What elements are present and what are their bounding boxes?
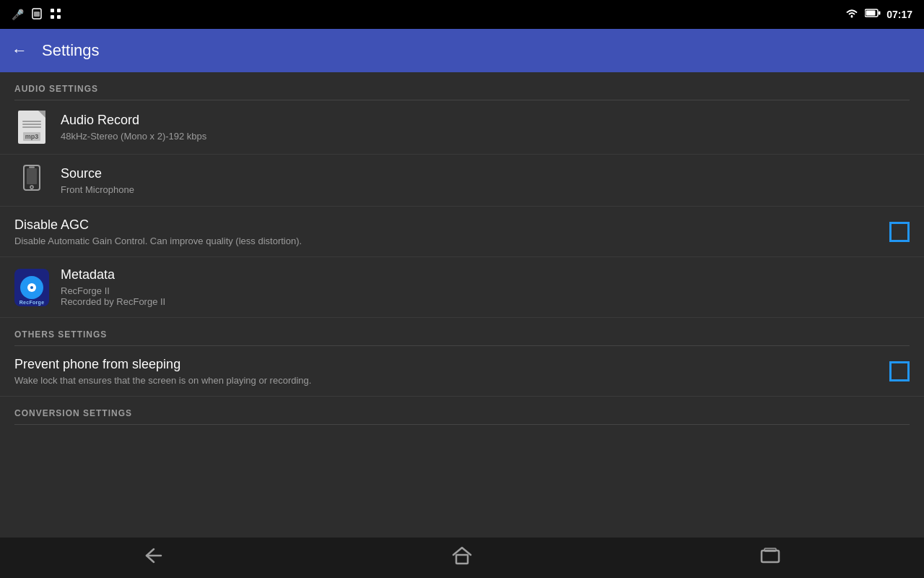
svg-rect-5 (57, 15, 61, 19)
prevent-sleep-title: Prevent phone from sleeping (14, 357, 889, 372)
content-area: AUDIO SETTINGS mp3 Audio Record 48kHz-St… (0, 72, 924, 538)
sim-icon (31, 8, 43, 22)
audio-record-item[interactable]: mp3 Audio Record 48kHz-Stereo (Mono x 2)… (0, 100, 924, 155)
svg-rect-9 (879, 12, 881, 15)
audio-record-subtitle: 48kHz-Stereo (Mono x 2)-192 kbps (61, 131, 910, 142)
audio-record-title: Audio Record (61, 113, 910, 128)
mic-icon: 🎤 (12, 9, 24, 20)
source-subtitle: Front Microphone (61, 184, 910, 195)
svg-rect-3 (57, 9, 61, 12)
metadata-title: Metadata (61, 267, 910, 282)
conversion-settings-header: CONVERSION SETTINGS (0, 397, 924, 424)
svg-rect-4 (51, 15, 54, 19)
back-button[interactable]: ← (12, 41, 27, 60)
disable-agc-title: Disable AGC (14, 217, 889, 233)
wifi-icon (845, 7, 859, 22)
back-nav-button[interactable] (115, 542, 193, 574)
metadata-text: Metadata RecForge II Recorded by RecForg… (61, 267, 910, 307)
source-item[interactable]: Source Front Microphone (0, 155, 924, 207)
phone-icon (14, 165, 49, 196)
svg-rect-13 (29, 167, 35, 168)
svg-rect-17 (456, 555, 468, 564)
disable-agc-subtitle: Disable Automatic Gain Control. Can impr… (14, 236, 889, 246)
status-bar-right: 07:17 (845, 7, 912, 22)
prevent-sleep-text: Prevent phone from sleeping Wake lock th… (14, 357, 889, 386)
time-display: 07:17 (886, 9, 912, 20)
disable-agc-checkbox[interactable] (889, 222, 910, 242)
svg-rect-18 (762, 551, 779, 562)
mp3-file-icon: mp3 (14, 111, 49, 144)
prevent-sleep-checkbox[interactable] (889, 361, 910, 381)
svg-rect-11 (27, 168, 37, 184)
audio-record-text: Audio Record 48kHz-Stereo (Mono x 2)-192… (61, 113, 910, 142)
disable-agc-text: Disable AGC Disable Automatic Gain Contr… (14, 217, 889, 246)
source-title: Source (61, 166, 910, 181)
home-nav-button[interactable] (423, 540, 501, 575)
recents-nav-button[interactable] (731, 542, 809, 574)
metadata-subtitle1: RecForge II (61, 285, 910, 296)
page-title: Settings (42, 41, 100, 60)
prevent-sleep-subtitle: Wake lock that ensures that the screen i… (14, 375, 889, 386)
svg-point-6 (851, 16, 853, 18)
others-settings-header: OTHERS SETTINGS (0, 318, 924, 345)
svg-point-12 (30, 186, 33, 189)
svg-rect-2 (51, 9, 54, 12)
prevent-sleep-item[interactable]: Prevent phone from sleeping Wake lock th… (0, 346, 924, 397)
svg-rect-8 (866, 11, 876, 16)
source-text: Source Front Microphone (61, 166, 910, 195)
audio-settings-header: AUDIO SETTINGS (0, 72, 924, 100)
metadata-item[interactable]: RecForge Metadata RecForge II Recorded b… (0, 257, 924, 318)
svg-point-15 (30, 286, 33, 289)
status-bar-left: 🎤 (12, 8, 61, 22)
toolbar: ← Settings (0, 29, 924, 72)
status-bar: 🎤 (0, 0, 924, 29)
metadata-subtitle2: Recorded by RecForge II (61, 296, 910, 307)
disable-agc-item[interactable]: Disable AGC Disable Automatic Gain Contr… (0, 207, 924, 257)
bottom-nav (0, 538, 924, 578)
battery-icon (865, 8, 881, 21)
divider-3 (14, 424, 910, 425)
recforge-icon: RecForge (14, 269, 49, 306)
grid-icon (50, 8, 61, 22)
svg-rect-1 (34, 12, 40, 17)
